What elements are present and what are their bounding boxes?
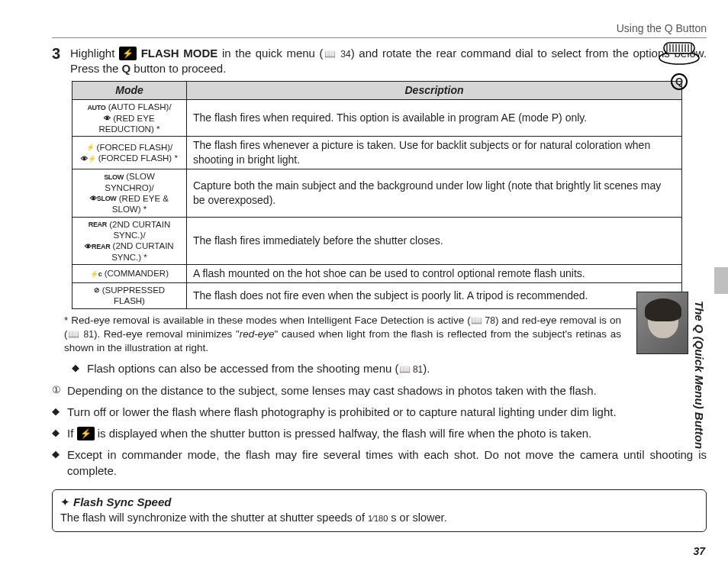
col-desc: Description: [187, 82, 682, 100]
list-item: Turn off or lower the flash where flash …: [52, 405, 707, 420]
mode-desc: The flash fires whenever a picture is ta…: [187, 137, 682, 169]
bullet-notes: Turn off or lower the flash where flash …: [52, 405, 707, 479]
page-ref-78: 📖 78: [471, 315, 495, 326]
mode-icon: 👁: [104, 115, 111, 123]
t: * Red-eye removal is available in these …: [64, 315, 471, 326]
q-button-icon: Q: [671, 73, 688, 90]
mode-icon: AUTO: [87, 104, 105, 112]
note-title: Flash Sync Speed: [73, 495, 171, 508]
q-label: Q: [122, 62, 131, 75]
step-3: 3 Highlight ⚡ FLASH MODE in the quick me…: [52, 46, 707, 77]
t: If: [67, 427, 77, 440]
note-marker: ✦: [60, 496, 70, 508]
mode-desc: A flash mounted on the hot shoe can be u…: [187, 265, 682, 283]
flash-icon: ⚡: [119, 47, 137, 60]
mode-icon: ⚡c: [90, 270, 101, 279]
t: s or slower.: [388, 511, 446, 524]
red-eye-footnote: * Red-eye removal is available in these …: [64, 314, 621, 356]
mode-icon: 👁⚡: [81, 155, 95, 163]
table-row: SLOW (SLOW SYNCHRO)/👁SLOW (RED EYE & SLO…: [72, 169, 682, 218]
page-ref-81b: 📖 81: [399, 364, 424, 375]
bullet-info: Depending on the distance to the subject…: [52, 383, 707, 398]
mode-name: (COMMANDER): [105, 269, 169, 278]
note-body: The flash will synchronize with the shut…: [60, 511, 447, 524]
page-ref-81: 📖 81: [68, 329, 94, 340]
t: in the quick menu (: [217, 47, 323, 60]
mode-icon: 👁SLOW: [90, 195, 117, 203]
t: ).: [423, 362, 430, 375]
fraction: 1⁄180: [368, 514, 388, 523]
table-row: ⚡c (COMMANDER) A flash mounted on the ho…: [72, 265, 682, 283]
t: is displayed when the shutter button is …: [95, 427, 592, 440]
mode-name: (2ND CURTAIN SYNC.) *: [111, 241, 173, 261]
page-number: 37: [693, 544, 705, 559]
table-row: REAR (2ND CURTAIN SYNC.)/👁REAR (2ND CURT…: [72, 217, 682, 265]
table-row: ⚡ (FORCED FLASH)/👁⚡ (FORCED FLASH) * The…: [72, 137, 682, 169]
col-mode: Mode: [72, 82, 187, 100]
mode-name: (AUTO FLASH)/: [108, 102, 172, 111]
mode-icon: ⊘: [94, 286, 100, 295]
mode-name: (SUPPRESSED FLASH): [102, 286, 165, 305]
list-item: Except in commander mode, the flash may …: [52, 447, 707, 479]
mode-name: (RED EYE & SLOW) *: [112, 194, 169, 214]
mode-desc: The flash does not fire even when the su…: [187, 283, 682, 309]
thumb-tab: [714, 267, 728, 294]
mode-name: (2ND CURTAIN SYNC.)/: [109, 220, 170, 240]
t: The flash will synchronize with the shut…: [60, 511, 368, 524]
list-item: Depending on the distance to the subject…: [52, 383, 707, 398]
mode-desc: Capture both the main subject and the ba…: [187, 169, 682, 218]
red-eye-illustration: [636, 292, 688, 354]
table-row: ⊘ (SUPPRESSED FLASH) The flash does not …: [72, 283, 682, 309]
red-eye-em: red-eye: [240, 328, 275, 340]
list-item: If ⚡ is displayed when the shutter butto…: [52, 426, 707, 441]
page-ref-34: 📖 34: [324, 49, 351, 60]
flash-sync-note: ✦ Flash Sync Speed The flash will synchr…: [52, 489, 707, 532]
list-item: Flash options can also be accessed from …: [72, 361, 644, 376]
mode-desc: The flash fires immediately before the s…: [187, 217, 682, 265]
mode-icon: SLOW: [104, 173, 124, 182]
bullet-sub: Flash options can also be accessed from …: [72, 361, 644, 376]
mode-icon: REAR: [89, 221, 107, 229]
mode-desc: The flash fires when required. This opti…: [187, 100, 682, 137]
flash-modes-table: Mode Description AUTO (AUTO FLASH)/👁 (RE…: [72, 81, 682, 308]
t: Highlight: [70, 47, 119, 60]
table-row: AUTO (AUTO FLASH)/👁 (RED EYE REDUCTION) …: [72, 100, 682, 137]
t: ). Red-eye removal minimizes ": [94, 328, 240, 340]
t: Flash options can also be accessed from …: [87, 362, 399, 375]
side-section-label: The Q (Quick Menu) Button: [691, 301, 707, 449]
step-text: Highlight ⚡ FLASH MODE in the quick menu…: [70, 46, 707, 77]
mode-icon: ⚡: [86, 144, 95, 152]
mode-icon: 👁REAR: [85, 243, 110, 251]
header-section: Using the Q Button: [52, 21, 707, 38]
mode-name: (FORCED FLASH) *: [98, 153, 178, 163]
flash-icon: ⚡: [77, 427, 95, 440]
t: button to proceed.: [130, 62, 226, 75]
command-dial-illustration: Q: [656, 40, 702, 90]
dial-icon: [658, 40, 701, 66]
flash-mode-label: FLASH MODE: [141, 47, 218, 60]
t: The flash fires when required. This opti…: [193, 111, 587, 124]
mode-name: (FORCED FLASH)/: [97, 143, 173, 152]
step-number: 3: [52, 46, 64, 77]
